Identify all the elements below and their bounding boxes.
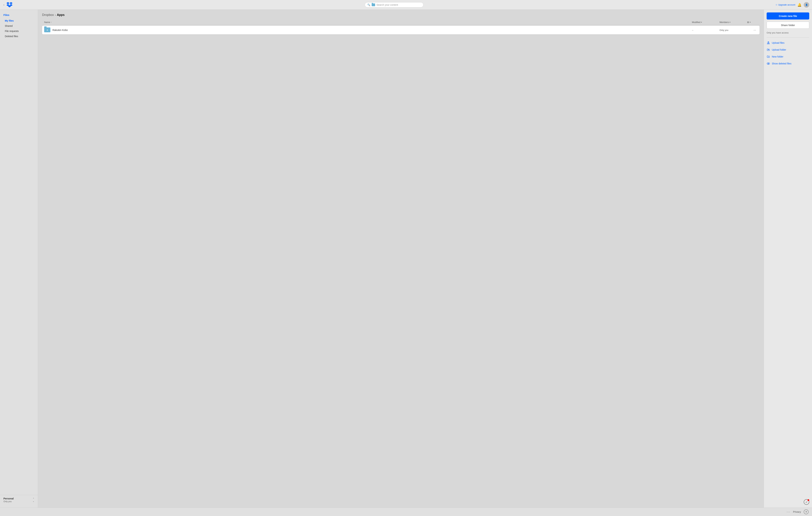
breadcrumb: Dropbox › Apps — [42, 13, 759, 17]
create-new-file-button[interactable]: Create new file — [766, 12, 809, 20]
column-modified-label: Modified — [692, 21, 700, 24]
bottom-bar: ··· Privacy ? — [0, 508, 812, 516]
sidebar-bottom-row: Personal Only you ⌃⌄ — [3, 497, 34, 503]
topbar-right: ☆ Upgrade account 🔔 👤 — [776, 2, 809, 8]
right-panel: Create new file Share folder Only you ha… — [764, 10, 812, 508]
svg-rect-2 — [767, 44, 770, 44]
topbar-left: ‹ — [3, 2, 12, 8]
upload-folder-label: Upload folder — [772, 48, 786, 51]
upload-files-action[interactable]: Upload files — [766, 40, 809, 45]
upload-folder-icon — [766, 48, 770, 51]
upload-files-icon — [766, 41, 770, 45]
search-folder-icon — [372, 3, 375, 6]
search-bar[interactable]: 🔍 Search your content — [365, 2, 424, 7]
grid-sort-icon: ▾ — [750, 21, 751, 23]
access-text: Only you have access — [766, 31, 809, 35]
show-deleted-files-label: Show deleted files — [772, 62, 791, 65]
column-actions[interactable]: ⊞ ▾ — [747, 21, 757, 24]
search-placeholder-text: Search your content — [377, 3, 398, 6]
more-options-button[interactable]: ··· — [752, 28, 757, 32]
topbar: ‹ 🔍 Search your content ☆ Upgrade accoun… — [0, 0, 812, 10]
notification-button[interactable]: 🔔 — [798, 3, 802, 7]
avatar-button[interactable]: 👤 — [804, 2, 809, 8]
share-folder-button[interactable]: Share folder — [766, 22, 809, 29]
file-more-actions: ··· — [747, 28, 757, 32]
star-icon: ☆ — [776, 3, 778, 6]
dropbox-logo — [6, 2, 12, 8]
show-deleted-files-action[interactable]: Show deleted files — [766, 61, 809, 66]
sidebar-item-label: File requests — [5, 30, 19, 32]
svg-point-8 — [768, 63, 769, 64]
column-members[interactable]: Members ▾ — [720, 21, 747, 24]
personal-label: Personal — [3, 497, 13, 500]
help-icon: ? — [805, 511, 807, 513]
sidebar-expand-icon[interactable]: ⌃⌄ — [33, 497, 34, 503]
privacy-link[interactable]: Privacy — [793, 511, 801, 513]
breadcrumb-arrow: › — [55, 13, 56, 17]
panel-divider — [766, 37, 809, 38]
sidebar-item-file-requests[interactable]: File requests — [1, 28, 36, 34]
table-row[interactable]: + Rakuten Kobo -- Only you ··· — [42, 26, 759, 34]
notification-area: 🔔 — [798, 3, 802, 7]
personal-info: Personal Only you — [3, 497, 13, 503]
personal-sub: Only you — [3, 500, 13, 503]
column-name-label: Name — [44, 21, 50, 24]
column-members-label: Members — [720, 21, 729, 24]
sidebar-collapse-button[interactable]: ‹ — [3, 3, 5, 7]
sync-notification-dot — [808, 499, 809, 501]
column-name[interactable]: Name ↑ — [44, 21, 692, 24]
sidebar: Files My files Shared File requests Dele… — [0, 10, 38, 508]
sidebar-item-deleted-files[interactable]: Deleted files — [1, 34, 36, 39]
content-area: Dropbox › Apps Name ↑ Modified ▾ Members… — [38, 10, 764, 508]
sort-down-icon: ▾ — [701, 21, 702, 23]
topbar-center: 🔍 Search your content — [12, 2, 776, 7]
sidebar-item-label: My files — [5, 19, 13, 22]
file-list-header: Name ↑ Modified ▾ Members ▾ ⊞ ▾ — [42, 20, 759, 25]
sidebar-files-title[interactable]: Files — [0, 12, 38, 18]
sidebar-item-label: Deleted files — [5, 35, 18, 38]
upload-folder-action[interactable]: Upload folder — [766, 47, 809, 52]
members-sort-icon: ▾ — [729, 21, 730, 23]
sort-asc-icon: ↑ — [51, 21, 52, 23]
sidebar-item-label: Shared — [5, 25, 12, 27]
sidebar-item-my-files[interactable]: My files — [1, 18, 36, 23]
new-folder-action[interactable]: New folder — [766, 54, 809, 59]
sync-status-area: ✓ — [766, 499, 809, 505]
upload-files-label: Upload files — [772, 42, 784, 44]
upgrade-account-link[interactable]: ☆ Upgrade account — [776, 3, 795, 6]
file-members: Only you — [720, 29, 747, 31]
file-name: Rakuten Kobo — [53, 29, 692, 31]
upgrade-label: Upgrade account — [778, 3, 795, 6]
main-layout: Files My files Shared File requests Dele… — [0, 10, 812, 508]
help-button[interactable]: ? — [804, 510, 809, 514]
new-folder-label: New folder — [772, 55, 783, 58]
sync-indicator: ✓ — [804, 499, 809, 505]
search-icon: 🔍 — [367, 3, 370, 6]
grid-view-icon: ⊞ — [747, 21, 749, 24]
show-deleted-icon — [766, 62, 770, 65]
bottom-more-button[interactable]: ··· — [787, 510, 790, 514]
file-modified: -- — [692, 29, 720, 31]
folder-plus-icon: + — [47, 29, 48, 31]
new-folder-icon — [766, 55, 770, 58]
sidebar-bottom: Personal Only you ⌃⌄ — [0, 495, 38, 505]
sidebar-item-shared[interactable]: Shared — [1, 23, 36, 28]
breadcrumb-current: Apps — [57, 13, 64, 17]
avatar-icon: 👤 — [805, 4, 808, 6]
folder-icon: + — [44, 27, 50, 33]
breadcrumb-root[interactable]: Dropbox — [42, 13, 54, 17]
column-modified[interactable]: Modified ▾ — [692, 21, 720, 24]
